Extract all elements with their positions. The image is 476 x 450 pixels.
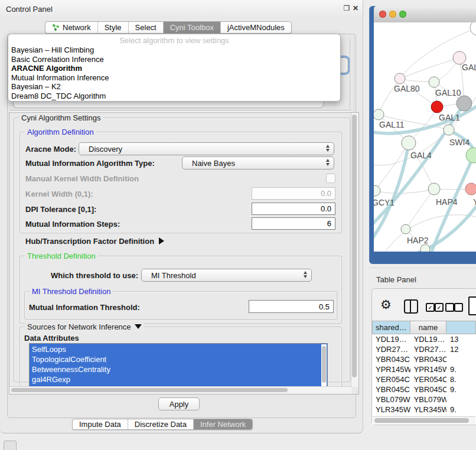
dpi-tolerance-label: DPI Tolerance [0,1]: (25, 205, 96, 214)
table-hscroll-thumb[interactable] (374, 418, 469, 423)
close-panel-icon[interactable]: ✕ (351, 4, 360, 12)
deselect-all-icon[interactable] (445, 303, 454, 312)
algorithm-definition-title: Algorithm Definition (25, 128, 96, 136)
cyni-settings-group-title: Cyni Algorithm Settings (19, 113, 103, 122)
table-row[interactable]: YBR043CYBR043C (372, 354, 476, 364)
group-border-fragment2 (354, 35, 354, 111)
network-node-gal10[interactable] (429, 77, 439, 87)
dropdown-item[interactable]: Basic Correlation Inference (11, 55, 336, 64)
mi-threshold-value: 0.5 (319, 302, 330, 311)
dpi-tolerance-value: 0.0 (321, 204, 331, 213)
node-label: SWI4 (449, 138, 470, 147)
node-label: GAL4 (410, 151, 432, 160)
attribute-item[interactable]: gal4RGexp (32, 374, 327, 384)
network-node-gal1[interactable] (431, 101, 443, 113)
network-node-gal4[interactable] (402, 136, 416, 150)
document-icon[interactable] (468, 296, 476, 315)
table-row[interactable]: YPR145WYPR145W9. (372, 364, 476, 374)
dropdown-item[interactable]: Mutual Information Inference (11, 73, 336, 83)
node-label: GCY1 (374, 198, 395, 207)
tab-network[interactable]: Network (45, 22, 97, 33)
settings-vertical-scrollbar[interactable] (351, 113, 358, 387)
select-all-icon[interactable]: ✓ (426, 303, 435, 312)
table-row[interactable]: YDR27…YDR27…12 (372, 344, 476, 354)
column-header-shared-name[interactable]: shared… (372, 321, 410, 334)
network-node-y[interactable] (465, 183, 476, 195)
network-node-gcy1[interactable] (374, 185, 380, 196)
table-body: YDL19…YDL19…13 YDR27…YDR27…12 YBR043CYBR… (372, 334, 476, 425)
deselect-all-icon2[interactable] (454, 303, 463, 312)
collapse-down-icon (135, 324, 142, 329)
table-row[interactable]: YBR045CYBR045C9. (372, 384, 476, 394)
minimized-panel-icon[interactable] (4, 441, 17, 450)
settings-vscroll-thumb[interactable] (352, 115, 357, 377)
table-row[interactable]: YBL079WYBL079W (372, 394, 476, 405)
hub-definition-toggle[interactable]: Hub/Transcription Factor Definition (25, 237, 164, 246)
mi-steps-field[interactable]: 6 (252, 217, 335, 230)
network-node-hap4[interactable] (428, 183, 440, 195)
attribute-item[interactable]: SelfLoops (32, 344, 327, 354)
tab-cyni-toolbox[interactable]: Cyni Toolbox (163, 22, 220, 33)
dropdown-item[interactable]: Bayesian – K2 (11, 82, 336, 92)
dropdown-item-aracne[interactable]: ARACNE Algorithm (11, 64, 336, 73)
network-node-swi4[interactable] (444, 125, 454, 135)
aracne-mode-label: Aracne Mode: (25, 145, 76, 154)
column-header-partial[interactable] (446, 321, 476, 334)
table-row[interactable]: YER054CYER054C8. (372, 374, 476, 384)
network-node-gal11[interactable] (374, 109, 384, 120)
node-label: GAL1 (439, 113, 460, 122)
tab-select[interactable]: Select (128, 22, 163, 33)
algorithm-dropdown: Select algorithm to view settings Bayesi… (8, 34, 341, 102)
mi-threshold-field[interactable]: 0.5 (249, 300, 334, 313)
tab-impute-data-label: Impute Data (79, 420, 121, 429)
network-node-green[interactable] (466, 148, 476, 163)
network-node-hap2[interactable] (401, 224, 410, 234)
which-threshold-combo[interactable]: MI Threshold (141, 269, 312, 282)
column-header-name[interactable]: name (410, 321, 446, 334)
dropdown-item[interactable]: Bayesian – Hill Climbing (11, 45, 336, 55)
combo-arrows-icon (326, 159, 330, 166)
settings-horizontal-scrollbar[interactable] (9, 386, 351, 394)
mi-type-combo[interactable]: Naive Bayes (182, 156, 334, 169)
table-row[interactable]: YLR345WYLR345W9. (372, 405, 476, 415)
data-attributes-list[interactable]: SelfLoops TopologicalCoefficient Between… (29, 343, 328, 388)
columns-icon[interactable] (404, 299, 418, 314)
table-panel-divider (369, 268, 476, 268)
tab-style[interactable]: Style (97, 22, 128, 33)
tab-discretize-data[interactable]: Discretize Data (128, 419, 193, 429)
table-row[interactable]: YDL19…YDL19…13 (372, 334, 476, 344)
gear-icon[interactable]: ⚙ (380, 298, 392, 312)
close-window-icon[interactable] (379, 11, 386, 18)
manual-kernel-checkbox[interactable] (326, 174, 335, 183)
dpi-tolerance-field[interactable]: 0.0 (252, 203, 335, 215)
attribute-item[interactable]: TopologicalCoefficient (32, 354, 327, 364)
list-scrollbar[interactable] (321, 344, 327, 387)
tab-jactivemnodules-label: jActiveMNodules (227, 23, 285, 32)
network-node[interactable] (420, 244, 430, 252)
attribute-item[interactable]: BetweennessCentrality (32, 364, 327, 374)
network-node[interactable] (470, 22, 476, 35)
network-node-gray[interactable] (457, 96, 472, 111)
list-scrollbar-thumb[interactable] (322, 346, 326, 383)
settings-hscroll-thumb[interactable] (11, 388, 288, 392)
kernel-width-value: 0.0 (321, 189, 331, 198)
tab-jactivemnodules[interactable]: jActiveMNodules (220, 22, 291, 33)
kernel-width-field[interactable]: 0.0 (252, 187, 335, 200)
zoom-window-icon[interactable] (399, 11, 406, 18)
tab-impute-data[interactable]: Impute Data (73, 419, 128, 429)
dropdown-item[interactable]: Dream8 DC_TDC Algorithm (11, 92, 336, 101)
data-attributes-label: Data Attributes (24, 334, 79, 343)
minimize-window-icon[interactable] (389, 11, 396, 18)
network-node-gal80[interactable] (395, 73, 405, 84)
select-all-icon2[interactable]: ✓ (435, 303, 444, 312)
apply-button[interactable]: Apply (158, 397, 200, 410)
table-horizontal-scrollbar[interactable] (373, 416, 475, 424)
which-threshold-label: Which threshold to use: (51, 271, 138, 280)
tab-network-label: Network (63, 23, 91, 32)
network-window-titlebar[interactable] (374, 6, 476, 23)
node-label: Y (473, 197, 476, 207)
tab-infer-network[interactable]: Infer Network (193, 419, 252, 429)
float-panel-icon[interactable]: ❐ (343, 4, 351, 12)
aracne-mode-combo[interactable]: Discovery (79, 142, 334, 155)
sources-group-title[interactable]: Sources for Network Inference (25, 322, 144, 331)
